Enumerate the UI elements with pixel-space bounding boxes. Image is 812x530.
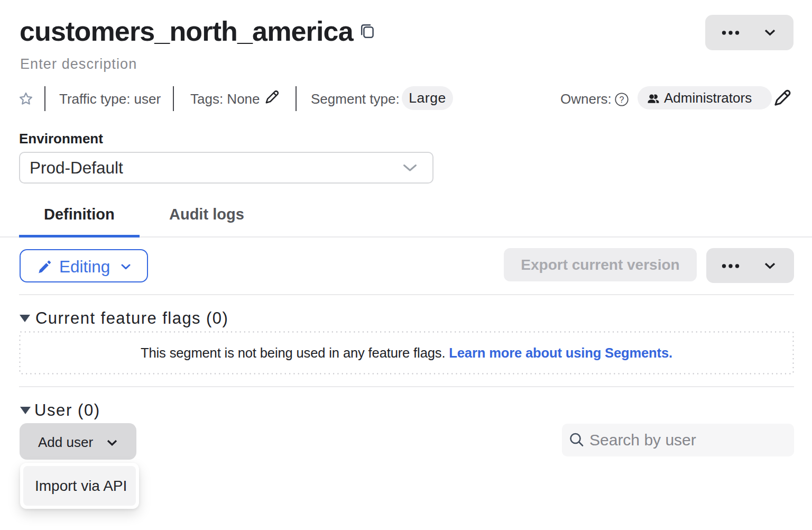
- svg-text:?: ?: [620, 95, 624, 104]
